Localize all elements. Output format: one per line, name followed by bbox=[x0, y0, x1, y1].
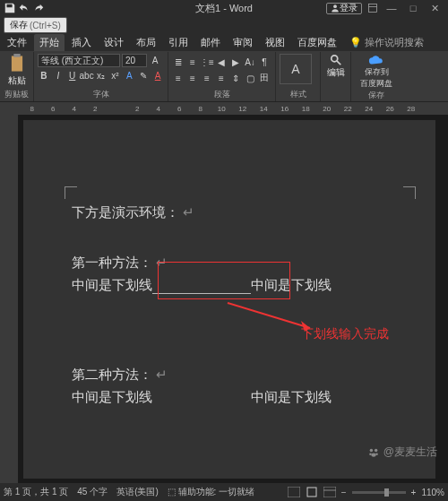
clipboard-icon bbox=[8, 54, 26, 73]
redo-icon[interactable] bbox=[32, 2, 45, 14]
justify-icon[interactable]: ≡ bbox=[215, 72, 228, 84]
multilevel-icon[interactable]: ⋮≡ bbox=[201, 56, 213, 68]
workspace: 下方是演示环境： ↵ 第一种方法： ↵ 中间是下划线中间是下划线 第二种方法： … bbox=[0, 115, 448, 483]
font-name-combo[interactable]: 等线 (西文正文) bbox=[38, 54, 120, 67]
svg-rect-12 bbox=[288, 487, 300, 497]
editing-label: 编辑 bbox=[327, 66, 345, 79]
editing-button[interactable]: 编辑 bbox=[324, 54, 347, 79]
horizontal-ruler[interactable]: 8642246810121416182022242628 bbox=[0, 102, 448, 115]
underline-button[interactable]: U bbox=[66, 69, 79, 82]
doc-line-4: 第二种方法： ↵ bbox=[72, 367, 168, 384]
strike-button[interactable]: abc bbox=[81, 69, 93, 82]
maximize-button[interactable]: □ bbox=[405, 3, 421, 13]
status-page[interactable]: 第 1 页，共 1 页 bbox=[4, 486, 68, 498]
grow-font-icon[interactable]: A bbox=[149, 55, 161, 67]
status-assist[interactable]: ⬚ 辅助功能: 一切就绪 bbox=[168, 486, 254, 498]
line-spacing-icon[interactable]: ⇕ bbox=[229, 72, 242, 84]
styles-gallery[interactable]: A bbox=[280, 54, 312, 84]
margin-corner-tr bbox=[403, 186, 416, 199]
svg-rect-14 bbox=[323, 487, 336, 497]
baidu-group-label: 保存 bbox=[355, 90, 398, 101]
numbering-icon[interactable]: ≡ bbox=[186, 56, 199, 68]
align-right-icon[interactable]: ≡ bbox=[201, 72, 213, 84]
annotation-text: 下划线输入完成 bbox=[301, 326, 389, 342]
italic-button[interactable]: I bbox=[52, 69, 65, 82]
show-marks-icon[interactable]: ¶ bbox=[258, 56, 271, 68]
save-icon[interactable] bbox=[4, 2, 16, 14]
read-mode-icon[interactable] bbox=[288, 487, 300, 497]
undo-icon[interactable] bbox=[18, 2, 30, 14]
paragraph-group-label: 段落 bbox=[172, 89, 271, 100]
svg-rect-2 bbox=[12, 56, 22, 71]
indent-dec-icon[interactable]: ◀ bbox=[215, 56, 228, 68]
close-button[interactable]: ✕ bbox=[426, 3, 443, 14]
tab-layout[interactable]: 布局 bbox=[131, 34, 161, 51]
svg-point-0 bbox=[333, 4, 337, 8]
zoom-slider[interactable] bbox=[352, 491, 406, 494]
vertical-ruler[interactable] bbox=[0, 115, 18, 483]
paste-label: 粘贴 bbox=[8, 74, 26, 87]
print-layout-icon[interactable] bbox=[306, 487, 318, 497]
svg-point-4 bbox=[331, 56, 337, 62]
align-left-icon[interactable]: ≡ bbox=[172, 72, 185, 84]
highlight-icon[interactable]: ✎ bbox=[137, 69, 150, 82]
tab-file[interactable]: 文件 bbox=[2, 34, 32, 51]
minimize-button[interactable]: — bbox=[383, 3, 400, 13]
margin-corner-tl bbox=[65, 186, 77, 199]
status-lang[interactable]: 英语(美国) bbox=[116, 486, 159, 498]
svg-rect-13 bbox=[307, 488, 316, 497]
baidu-save-button[interactable]: 保存到 百度网盘 bbox=[355, 54, 398, 90]
sort-icon[interactable]: A↓ bbox=[244, 56, 256, 68]
bullets-icon[interactable]: ≣ bbox=[172, 56, 185, 68]
zoom-in-button[interactable]: + bbox=[411, 488, 417, 497]
borders-icon[interactable]: 田 bbox=[258, 72, 271, 84]
tab-mailings[interactable]: 邮件 bbox=[195, 34, 226, 51]
tab-baidu[interactable]: 百度网盘 bbox=[292, 34, 342, 51]
paw-icon bbox=[367, 446, 380, 459]
login-label: 登录 bbox=[340, 2, 358, 14]
tab-view[interactable]: 视图 bbox=[260, 34, 290, 51]
tab-references[interactable]: 引用 bbox=[163, 34, 194, 51]
ribbon-options-icon[interactable] bbox=[367, 3, 378, 13]
doc-line-5: 中间是下划线中间是下划线 bbox=[72, 389, 332, 406]
styles-group-label: 样式 bbox=[280, 89, 316, 100]
tab-review[interactable]: 审阅 bbox=[228, 34, 258, 51]
watermark-text: @麦麦生活 bbox=[383, 445, 437, 460]
paste-button[interactable]: 粘贴 bbox=[4, 54, 30, 87]
baidu-line1: 保存到 bbox=[365, 66, 389, 78]
ribbon: 粘贴 剪贴板 等线 (西文正文) 20 A B I U abc x₂ x² A … bbox=[0, 52, 448, 102]
shading-icon[interactable]: ▢ bbox=[244, 72, 256, 84]
doc-line-2: 第一种方法： ↵ bbox=[72, 255, 168, 272]
text-effects-icon[interactable]: A bbox=[123, 69, 135, 82]
cloud-icon bbox=[368, 54, 384, 66]
zoom-level[interactable]: 110% bbox=[421, 488, 444, 497]
tab-home[interactable]: 开始 bbox=[34, 34, 65, 51]
sup-button[interactable]: x² bbox=[109, 69, 122, 82]
svg-rect-1 bbox=[369, 4, 377, 13]
ribbon-tabs: 文件 开始 插入 设计 布局 引用 邮件 审阅 视图 百度网盘 💡 操作说明搜索 bbox=[0, 34, 448, 52]
tab-insert[interactable]: 插入 bbox=[66, 34, 97, 51]
annotation-box bbox=[158, 262, 290, 299]
web-layout-icon[interactable] bbox=[323, 487, 336, 497]
watermark: @麦麦生活 bbox=[367, 445, 437, 460]
sub-button[interactable]: x₂ bbox=[95, 69, 108, 82]
font-color-icon[interactable]: A bbox=[151, 69, 164, 82]
save-label: 保存 bbox=[10, 19, 28, 31]
save-button[interactable]: 保存 (Ctrl+S) bbox=[4, 17, 67, 33]
tab-design[interactable]: 设计 bbox=[99, 34, 129, 51]
indent-inc-icon[interactable]: ▶ bbox=[229, 56, 242, 68]
login-button[interactable]: 登录 bbox=[326, 3, 362, 14]
status-words[interactable]: 45 个字 bbox=[77, 486, 108, 498]
tab-tell[interactable]: 💡 操作说明搜索 bbox=[344, 34, 429, 51]
zoom-out-button[interactable]: − bbox=[341, 488, 347, 497]
svg-point-8 bbox=[375, 448, 378, 452]
align-center-icon[interactable]: ≡ bbox=[186, 72, 199, 84]
svg-point-11 bbox=[371, 453, 375, 456]
font-size-combo[interactable]: 20 bbox=[122, 54, 147, 67]
document-page[interactable]: 下方是演示环境： ↵ 第一种方法： ↵ 中间是下划线中间是下划线 第二种方法： … bbox=[23, 120, 435, 479]
bold-button[interactable]: B bbox=[38, 69, 50, 82]
clipboard-group-label: 剪贴板 bbox=[4, 89, 30, 100]
baidu-line2: 百度网盘 bbox=[360, 78, 392, 90]
window-title: 文档1 - Word bbox=[195, 2, 253, 15]
save-shortcut: (Ctrl+S) bbox=[30, 21, 61, 30]
